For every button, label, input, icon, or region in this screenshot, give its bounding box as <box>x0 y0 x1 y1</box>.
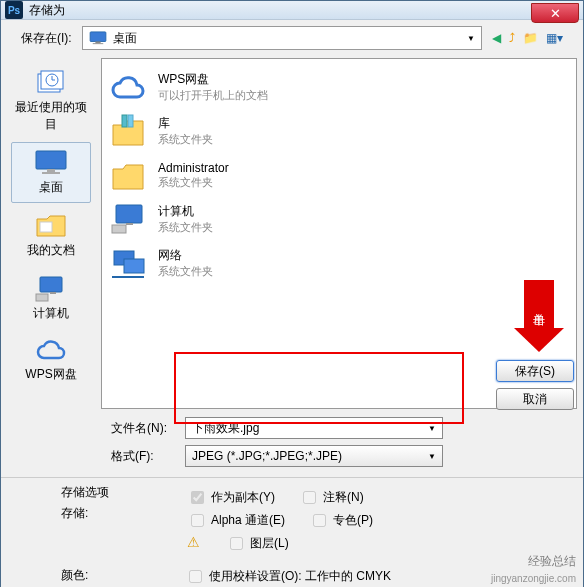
sidebar-item-label: 计算机 <box>33 305 69 322</box>
file-sub: 系统文件夹 <box>158 175 229 190</box>
sidebar-item-wps[interactable]: WPS网盘 <box>11 331 91 390</box>
sidebar-item-label: 我的文档 <box>27 242 75 259</box>
list-item[interactable]: 网络系统文件夹 <box>108 241 570 285</box>
checkbox-layers[interactable]: 图层(L) <box>226 534 289 553</box>
checkbox-notes[interactable]: 注释(N) <box>299 488 364 507</box>
cancel-button[interactable]: 取消 <box>496 388 574 410</box>
checkbox-proof[interactable]: 使用校样设置(O): 工作中的 CMYK <box>185 567 414 586</box>
checkbox-spot[interactable]: 专色(P) <box>309 511 373 530</box>
titlebar: Ps 存储为 ✕ <box>1 1 583 20</box>
file-sub: 系统文件夹 <box>158 132 213 147</box>
save-options: 存储选项 存储: 作为副本(Y) 注释(N) Alpha 通道(E) 专色(P)… <box>1 477 583 587</box>
filename-form: 文件名(N): 下雨效果.jpg ▼ 格式(F): JPEG (*.JPG;*.… <box>1 411 583 477</box>
svg-rect-7 <box>47 169 55 172</box>
sidebar-item-label: 桌面 <box>39 179 63 196</box>
file-name: Administrator <box>158 161 229 175</box>
folder-icon <box>34 212 68 240</box>
svg-rect-9 <box>40 222 52 232</box>
chevron-down-icon: ▼ <box>467 34 475 43</box>
svg-rect-11 <box>36 294 48 301</box>
file-sub: 系统文件夹 <box>158 220 213 235</box>
view-menu-icon[interactable]: ▦▾ <box>546 31 563 45</box>
svg-rect-13 <box>122 115 127 127</box>
color-label: 颜色: <box>61 567 113 587</box>
sidebar-item-desktop[interactable]: 桌面 <box>11 142 91 203</box>
cloud-icon <box>34 338 68 364</box>
file-name: 库 <box>158 115 213 132</box>
desktop-icon <box>34 149 68 177</box>
format-label: 格式(F): <box>111 448 173 465</box>
desktop-icon <box>89 31 107 45</box>
svg-rect-0 <box>90 32 106 42</box>
svg-rect-10 <box>40 277 62 292</box>
back-icon[interactable]: ◀ <box>492 31 501 45</box>
user-folder-icon <box>108 157 148 193</box>
svg-rect-2 <box>92 43 103 44</box>
chevron-down-icon: ▼ <box>428 424 436 433</box>
format-dropdown[interactable]: JPEG (*.JPG;*.JPEG;*.JPE) ▼ <box>185 445 443 467</box>
file-name: WPS网盘 <box>158 71 268 88</box>
storage-label: 存储: <box>61 505 113 522</box>
location-dropdown[interactable]: 桌面 ▼ <box>82 26 482 50</box>
computer-icon <box>34 275 68 303</box>
toolbar-icons: ◀ ⤴ 📁 ▦▾ <box>492 31 563 45</box>
svg-rect-1 <box>95 42 100 44</box>
svg-rect-15 <box>116 205 142 223</box>
svg-rect-12 <box>50 292 56 294</box>
save-in-label: 保存在(I): <box>21 30 72 47</box>
callout-arrow: 单击 <box>524 280 564 352</box>
save-as-dialog: Ps 存储为 ✕ 保存在(I): 桌面 ▼ ◀ ⤴ 📁 ▦▾ 最近使用的项目 桌… <box>0 0 584 587</box>
file-name: 网络 <box>158 247 213 264</box>
recent-icon <box>35 69 67 97</box>
format-value: JPEG (*.JPG;*.JPEG;*.JPE) <box>192 449 342 463</box>
list-item[interactable]: WPS网盘可以打开手机上的文档 <box>108 65 570 109</box>
location-value: 桌面 <box>113 30 137 47</box>
options-title: 存储选项 <box>61 484 113 501</box>
file-name: 计算机 <box>158 203 213 220</box>
filename-input[interactable]: 下雨效果.jpg ▼ <box>185 417 443 439</box>
computer-icon <box>108 201 148 237</box>
chevron-down-icon: ▼ <box>428 452 436 461</box>
close-button[interactable]: ✕ <box>531 3 579 23</box>
network-icon <box>108 245 148 281</box>
sidebar-item-documents[interactable]: 我的文档 <box>11 205 91 266</box>
places-sidebar: 最近使用的项目 桌面 我的文档 计算机 WPS网盘 <box>1 56 101 411</box>
checkbox-alpha[interactable]: Alpha 通道(E) <box>187 511 285 530</box>
library-icon <box>108 113 148 149</box>
window-title: 存储为 <box>29 2 65 19</box>
file-sub: 可以打开手机上的文档 <box>158 88 268 103</box>
file-sub: 系统文件夹 <box>158 264 213 279</box>
filename-label: 文件名(N): <box>111 420 173 437</box>
new-folder-icon[interactable]: 📁 <box>523 31 538 45</box>
svg-rect-19 <box>124 259 144 273</box>
svg-rect-6 <box>36 151 66 169</box>
photoshop-icon: Ps <box>5 1 23 19</box>
svg-rect-16 <box>112 225 126 233</box>
list-item[interactable]: Administrator系统文件夹 <box>108 153 570 197</box>
svg-rect-14 <box>128 115 133 127</box>
cloud-icon <box>108 71 148 103</box>
list-item[interactable]: 库系统文件夹 <box>108 109 570 153</box>
checkbox-as-copy[interactable]: 作为副本(Y) <box>187 488 275 507</box>
sidebar-item-recent[interactable]: 最近使用的项目 <box>11 62 91 140</box>
svg-rect-17 <box>126 223 133 225</box>
warning-icon: ⚠ <box>187 534 200 553</box>
list-item[interactable]: 计算机系统文件夹 <box>108 197 570 241</box>
sidebar-item-label: WPS网盘 <box>25 366 76 383</box>
svg-rect-8 <box>42 172 60 174</box>
file-list[interactable]: WPS网盘可以打开手机上的文档 库系统文件夹 Administrator系统文件… <box>101 58 577 409</box>
location-toolbar: 保存在(I): 桌面 ▼ ◀ ⤴ 📁 ▦▾ <box>1 20 583 56</box>
sidebar-item-computer[interactable]: 计算机 <box>11 268 91 329</box>
main-area: 最近使用的项目 桌面 我的文档 计算机 WPS网盘 WPS网盘可以打 <box>1 56 583 411</box>
up-icon[interactable]: ⤴ <box>509 31 515 45</box>
save-button[interactable]: 保存(S) <box>496 360 574 382</box>
filename-value: 下雨效果.jpg <box>192 420 259 437</box>
sidebar-item-label: 最近使用的项目 <box>14 99 88 133</box>
